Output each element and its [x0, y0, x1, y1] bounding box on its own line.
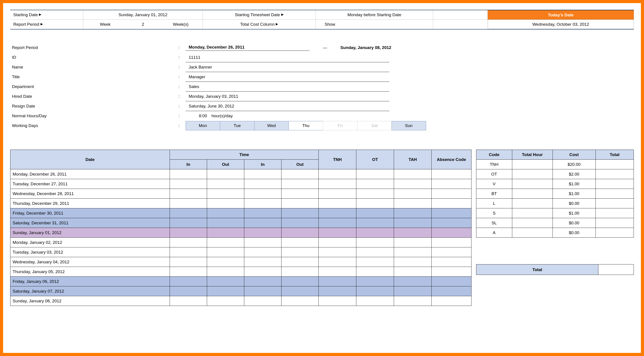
hours-cell[interactable] — [512, 160, 552, 169]
in-cell[interactable] — [244, 238, 282, 247]
hours-cell[interactable] — [512, 208, 552, 218]
out-cell[interactable] — [207, 218, 244, 228]
name-value[interactable]: Jack Banner — [186, 62, 389, 72]
day-sat[interactable]: Sat — [357, 121, 392, 130]
in-cell[interactable] — [170, 189, 207, 199]
out-cell[interactable] — [282, 199, 319, 208]
tnh-cell[interactable] — [319, 189, 356, 199]
in-cell[interactable] — [170, 179, 207, 189]
abs-cell[interactable] — [432, 257, 472, 267]
out-cell[interactable] — [207, 199, 244, 208]
in-cell[interactable] — [170, 228, 207, 238]
abs-cell[interactable] — [432, 218, 472, 228]
ot-cell[interactable] — [356, 208, 394, 218]
out-cell[interactable] — [207, 189, 244, 199]
cost-cell[interactable]: $2.00 — [552, 169, 596, 179]
in-cell[interactable] — [244, 179, 282, 189]
ot-cell[interactable] — [356, 277, 394, 286]
in-cell[interactable] — [170, 247, 207, 257]
total-cost-column-value[interactable]: Show — [316, 20, 433, 29]
out-cell[interactable] — [207, 267, 244, 277]
in-cell[interactable] — [244, 228, 282, 238]
in-cell[interactable] — [244, 277, 282, 286]
in-cell[interactable] — [244, 199, 282, 208]
ot-cell[interactable] — [356, 267, 394, 277]
total-cell[interactable] — [596, 199, 634, 208]
cost-cell[interactable]: $0.00 — [552, 218, 596, 228]
abs-cell[interactable] — [432, 228, 472, 238]
in-cell[interactable] — [244, 218, 282, 228]
in-cell[interactable] — [170, 277, 207, 286]
abs-cell[interactable] — [432, 199, 472, 208]
out-cell[interactable] — [207, 286, 244, 296]
resign-value[interactable]: Saturday, June 30, 2012 — [186, 101, 389, 111]
tah-cell[interactable] — [394, 169, 432, 179]
total-cell[interactable] — [596, 160, 634, 169]
tnh-cell[interactable] — [319, 199, 356, 208]
in-cell[interactable] — [170, 267, 207, 277]
tnh-cell[interactable] — [319, 286, 356, 296]
abs-cell[interactable] — [432, 277, 472, 286]
tnh-cell[interactable] — [319, 257, 356, 267]
out-cell[interactable] — [282, 179, 319, 189]
out-cell[interactable] — [282, 267, 319, 277]
hours-cell[interactable] — [512, 189, 552, 199]
ot-cell[interactable] — [356, 218, 394, 228]
in-cell[interactable] — [170, 296, 207, 306]
hours-cell[interactable] — [512, 179, 552, 189]
total-cell[interactable] — [596, 179, 634, 189]
cost-cell[interactable]: $0.00 — [552, 228, 596, 238]
day-mon[interactable]: Mon — [186, 121, 220, 130]
day-wed[interactable]: Wed — [254, 121, 289, 130]
ot-cell[interactable] — [356, 179, 394, 189]
ot-cell[interactable] — [356, 169, 394, 179]
in-cell[interactable] — [170, 199, 207, 208]
hours-cell[interactable] — [512, 218, 552, 228]
tah-cell[interactable] — [394, 257, 432, 267]
ot-cell[interactable] — [356, 189, 394, 199]
abs-cell[interactable] — [432, 169, 472, 179]
abs-cell[interactable] — [432, 267, 472, 277]
in-cell[interactable] — [244, 296, 282, 306]
in-cell[interactable] — [244, 247, 282, 257]
tnh-cell[interactable] — [319, 208, 356, 218]
out-cell[interactable] — [282, 247, 319, 257]
out-cell[interactable] — [282, 257, 319, 267]
total-cell[interactable] — [596, 228, 634, 238]
total-cell[interactable] — [596, 189, 634, 199]
in-cell[interactable] — [244, 189, 282, 199]
abs-cell[interactable] — [432, 208, 472, 218]
in-cell[interactable] — [170, 238, 207, 247]
ot-cell[interactable] — [356, 286, 394, 296]
total-cell[interactable] — [596, 169, 634, 179]
hours-number[interactable]: 8:00 — [199, 114, 207, 118]
in-cell[interactable] — [170, 208, 207, 218]
out-cell[interactable] — [282, 189, 319, 199]
out-cell[interactable] — [282, 277, 319, 286]
tah-cell[interactable] — [394, 189, 432, 199]
tah-cell[interactable] — [394, 267, 432, 277]
tah-cell[interactable] — [394, 199, 432, 208]
abs-cell[interactable] — [432, 189, 472, 199]
tah-cell[interactable] — [394, 208, 432, 218]
tah-cell[interactable] — [394, 228, 432, 238]
in-cell[interactable] — [244, 286, 282, 296]
hired-value[interactable]: Monday, January 03, 2011 — [186, 92, 389, 101]
tah-cell[interactable] — [394, 247, 432, 257]
out-cell[interactable] — [207, 169, 244, 179]
hours-cell[interactable] — [512, 228, 552, 238]
out-cell[interactable] — [282, 228, 319, 238]
out-cell[interactable] — [282, 286, 319, 296]
tnh-cell[interactable] — [319, 218, 356, 228]
hours-cell[interactable] — [512, 169, 552, 179]
out-cell[interactable] — [207, 228, 244, 238]
out-cell[interactable] — [207, 277, 244, 286]
cost-cell[interactable]: $1.00 — [552, 208, 596, 218]
abs-cell[interactable] — [432, 247, 472, 257]
out-cell[interactable] — [282, 238, 319, 247]
title-value[interactable]: Manager — [186, 72, 389, 82]
ot-cell[interactable] — [356, 199, 394, 208]
starting-timesheet-value[interactable]: Monday before Starting Date — [316, 10, 433, 20]
report-period-value[interactable]: Week 2 Week(s) — [83, 20, 203, 29]
ot-cell[interactable] — [356, 296, 394, 306]
